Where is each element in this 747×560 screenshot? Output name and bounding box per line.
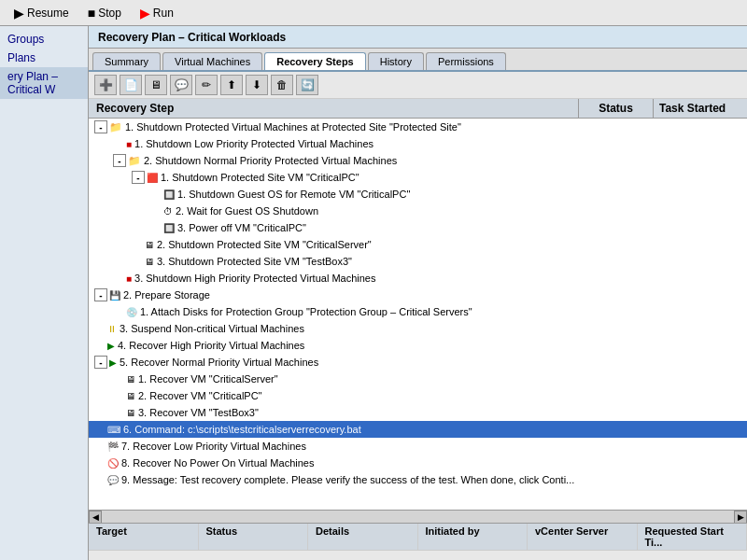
- tree-row[interactable]: -📁2. Shutdown Normal Priority Protected …: [89, 152, 747, 169]
- tree-row[interactable]: ⏸3. Suspend Non-critical Virtual Machine…: [89, 320, 747, 337]
- title-bar: Recovery Plan – Critical Workloads: [89, 26, 747, 49]
- sidebar-item-groups[interactable]: Groups: [0, 30, 88, 49]
- col-step: Recovery Step: [89, 99, 579, 118]
- tree-row[interactable]: 💬9. Message: Test recovery complete. Ple…: [89, 471, 747, 488]
- expand-icon[interactable]: -: [94, 288, 107, 301]
- row-text: 2. Shutdown Protected Site VM "CriticalS…: [157, 239, 372, 250]
- vm-icon: 🖥: [126, 391, 135, 401]
- action-btn-6[interactable]: ⬆: [220, 75, 243, 95]
- row-text: 1. Recover VM "CriticalServer": [138, 373, 278, 385]
- action-btn-8[interactable]: 🗑: [271, 75, 293, 95]
- content-area: Recovery Plan – Critical Workloads Summa…: [89, 26, 747, 560]
- bottom-col-1: Status: [199, 524, 309, 550]
- tab-summary[interactable]: Summary: [92, 52, 161, 70]
- tree-row[interactable]: ■3. Shutdown High Priority Protected Vir…: [89, 270, 747, 287]
- expand-icon[interactable]: -: [113, 154, 126, 167]
- tree-row[interactable]: ▶4. Recover High Priority Virtual Machin…: [89, 337, 747, 354]
- tab-bar: Summary Virtual Machines Recovery Steps …: [89, 49, 747, 72]
- tab-permissions[interactable]: Permissions: [426, 52, 506, 70]
- row-text: 1. Shutdown Protected Virtual Machines a…: [125, 121, 461, 133]
- tab-history[interactable]: History: [368, 52, 424, 70]
- expand-icon[interactable]: -: [94, 356, 107, 369]
- recover-icon: ▶: [109, 357, 117, 368]
- tab-recovery-steps[interactable]: Recovery Steps: [264, 52, 366, 70]
- scroll-left-arrow[interactable]: ◀: [89, 511, 102, 524]
- tree-row[interactable]: 🔲1. Shutdown Guest OS for Remote VM "Cri…: [89, 186, 747, 203]
- resume-icon: ▶: [14, 6, 24, 21]
- scroll-track[interactable]: [102, 511, 734, 523]
- run-icon: ▶: [140, 6, 150, 21]
- tree-row[interactable]: 🔲3. Power off VM "CriticalPC": [89, 219, 747, 236]
- step-icon: 🔲: [163, 223, 175, 233]
- row-text: 1. Shutdown Low Priority Protected Virtu…: [134, 138, 374, 149]
- expand-icon[interactable]: -: [132, 171, 145, 184]
- page-title: Recovery Plan – Critical Workloads: [98, 31, 286, 44]
- step-icon: 🔲: [163, 189, 175, 200]
- tree-row[interactable]: -▶5. Recover Normal Priority Virtual Mac…: [89, 354, 747, 371]
- bottom-col-2: Details: [308, 524, 418, 550]
- action-btn-2[interactable]: 📄: [120, 75, 142, 95]
- tree-row[interactable]: ■1. Shutdown Low Priority Protected Virt…: [89, 135, 747, 152]
- tree-row[interactable]: -📁1. Shutdown Protected Virtual Machines…: [89, 119, 747, 135]
- row-text: 1. Shutdown Protected Site VM "CriticalP…: [161, 172, 359, 183]
- tree-row[interactable]: 🖥2. Shutdown Protected Site VM "Critical…: [89, 236, 747, 253]
- message-icon: 💬: [107, 475, 119, 485]
- tree-row[interactable]: ⌨6. Command: c:\scripts\testcriticalserv…: [89, 421, 747, 438]
- row-text: 6. Command: c:\scripts\testcriticalserve…: [123, 424, 361, 435]
- col-status: Status: [579, 99, 654, 118]
- tree-row[interactable]: 🖥3. Shutdown Protected Site VM "TestBox3…: [89, 253, 747, 270]
- tree-row[interactable]: 🖥3. Recover VM "TestBox3": [89, 404, 747, 421]
- scroll-right-arrow[interactable]: ▶: [734, 511, 747, 524]
- command-icon: ⌨: [107, 425, 120, 435]
- nopower-icon: 🚫: [107, 458, 119, 469]
- folder-icon: 📁: [109, 121, 122, 133]
- action-btn-4[interactable]: 💬: [170, 75, 192, 95]
- bottom-col-3: Initiated by: [418, 524, 529, 550]
- top-toolbar: ▶ Resume ■ Stop ▶ Run: [0, 0, 747, 26]
- disk-icon: 💿: [126, 307, 137, 317]
- tree-row[interactable]: 🖥2. Recover VM "CriticalPC": [89, 387, 747, 404]
- row-text: 9. Message: Test recovery complete. Plea…: [121, 474, 574, 485]
- action-btn-1[interactable]: ➕: [94, 75, 117, 95]
- horizontal-scrollbar[interactable]: ◀ ▶: [89, 510, 747, 523]
- bottom-col-0: Target: [89, 524, 199, 550]
- tab-virtual-machines[interactable]: Virtual Machines: [162, 52, 262, 70]
- action-toolbar: ➕ 📄 🖥 💬 ✏ ⬆ ⬇ 🗑 🔄: [89, 72, 747, 99]
- sidebar-item-plans[interactable]: Plans: [0, 49, 88, 67]
- stop-button[interactable]: ■ Stop: [81, 3, 128, 23]
- tree-content[interactable]: -📁1. Shutdown Protected Virtual Machines…: [89, 119, 747, 510]
- tree-row[interactable]: -🟥1. Shutdown Protected Site VM "Critica…: [89, 169, 747, 186]
- bottom-col-5: Requested Start Ti...: [638, 524, 748, 550]
- action-btn-5[interactable]: ✏: [195, 75, 218, 95]
- expand-icon[interactable]: -: [94, 120, 107, 133]
- red-square-icon: ■: [126, 139, 132, 149]
- bottom-table-header: TargetStatusDetailsInitiated byvCenter S…: [89, 524, 747, 551]
- row-text: 2. Recover VM "CriticalPC": [138, 390, 262, 401]
- sidebar-item-current[interactable]: ery Plan – Critical W: [0, 67, 88, 99]
- tree-row[interactable]: -💾2. Prepare Storage: [89, 287, 747, 303]
- row-text: 3. Shutdown High Priority Protected Virt…: [134, 273, 375, 284]
- row-text: 1. Attach Disks for Protection Group "Pr…: [140, 306, 472, 317]
- tree-row[interactable]: 🖥1. Recover VM "CriticalServer": [89, 371, 747, 387]
- action-btn-7[interactable]: ⬇: [246, 75, 268, 95]
- vm-icon: 🖥: [126, 408, 135, 418]
- run-button[interactable]: ▶ Run: [134, 3, 180, 23]
- tree-row[interactable]: ⏱2. Wait for Guest OS Shutdown: [89, 203, 747, 219]
- row-text: 5. Recover Normal Priority Virtual Machi…: [120, 357, 318, 368]
- tree-row[interactable]: 🚫8. Recover No Power On Virtual Machines: [89, 455, 747, 471]
- stop-icon: ■: [88, 6, 95, 21]
- action-btn-9[interactable]: 🔄: [296, 75, 318, 95]
- tree-row[interactable]: 💿1. Attach Disks for Protection Group "P…: [89, 303, 747, 320]
- row-text: 3. Shutdown Protected Site VM "TestBox3": [157, 256, 352, 267]
- row-text: 2. Prepare Storage: [123, 289, 210, 301]
- timer-icon: ⏱: [163, 206, 173, 217]
- vm-icon: 🖥: [145, 257, 154, 267]
- row-text: 2. Wait for Guest OS Shutdown: [176, 205, 318, 217]
- action-btn-3[interactable]: 🖥: [145, 75, 167, 95]
- recover-icon: ▶: [107, 341, 115, 351]
- resume-button[interactable]: ▶ Resume: [7, 3, 76, 23]
- tree-row[interactable]: 🏁7. Recover Low Priority Virtual Machine…: [89, 438, 747, 455]
- bottom-table: TargetStatusDetailsInitiated byvCenter S…: [89, 523, 747, 560]
- main-layout: Groups Plans ery Plan – Critical W Recov…: [0, 26, 747, 560]
- sidebar: Groups Plans ery Plan – Critical W: [0, 26, 89, 560]
